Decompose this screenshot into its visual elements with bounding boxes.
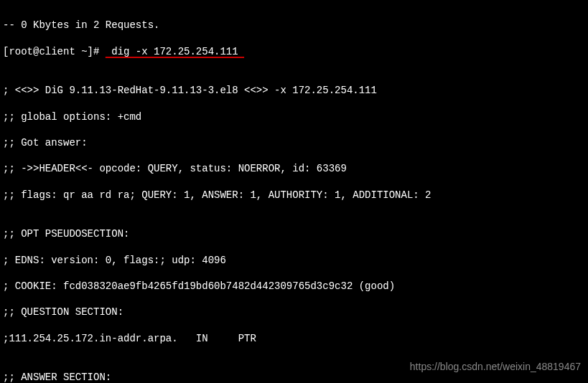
- command-text: dig -x 172.25.254.111: [106, 46, 244, 57]
- output-line: -- 0 Kbytes in 2 Requests.: [3, 19, 585, 32]
- output-line: ; COOKIE: fcd038320ae9fb4265fd19bd60b748…: [3, 280, 585, 293]
- output-line: ;; ->>HEADER<<- opcode: QUERY, status: N…: [3, 162, 585, 175]
- output-line: ;; flags: qr aa rd ra; QUERY: 1, ANSWER:…: [3, 189, 585, 202]
- output-line: ;111.254.25.172.in-addr.arpa. IN PTR: [3, 332, 585, 345]
- output-line: ; EDNS: version: 0, flags:; udp: 4096: [3, 254, 585, 267]
- output-line: ;; global options: +cmd: [3, 110, 585, 123]
- shell-prompt: [root@client ~]#: [3, 46, 106, 57]
- output-line: ;; QUESTION SECTION:: [3, 306, 585, 318]
- watermark-text: https://blog.csdn.net/weixin_48819467: [410, 360, 581, 373]
- output-line: ;; Got answer:: [3, 136, 585, 149]
- terminal-output: -- 0 Kbytes in 2 Requests. [root@client …: [3, 6, 585, 383]
- prompt-line: [root@client ~]# dig -x 172.25.254.111: [3, 45, 585, 58]
- output-line: ;; OPT PSEUDOSECTION:: [3, 227, 585, 240]
- output-line: ; <<>> DiG 9.11.13-RedHat-9.11.13-3.el8 …: [3, 84, 585, 97]
